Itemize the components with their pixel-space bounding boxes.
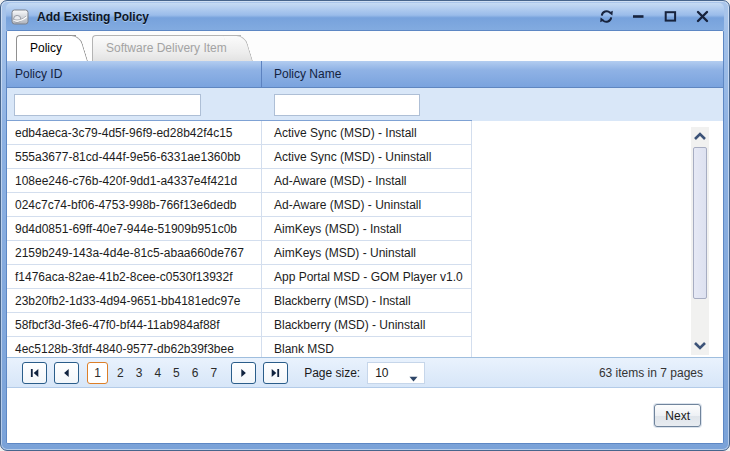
cell-policy-id: 4ec5128b-3fdf-4840-9577-db62b39f3bee <box>7 337 262 357</box>
cell-policy-name: Blank MSD <box>262 337 472 357</box>
pager-bar: 1234567 Page size: 10 63 items in 7 page… <box>7 357 723 388</box>
pager-page-4[interactable]: 4 <box>148 366 167 380</box>
cell-policy-name: Active Sync (MSD) - Install <box>262 121 472 145</box>
grid-header: Policy ID Policy Name <box>7 61 723 88</box>
cell-policy-id: 108ee246-c76b-420f-9dd1-a4337e4f421d <box>7 169 262 193</box>
column-header-policy-name[interactable]: Policy Name <box>262 61 472 87</box>
table-row[interactable]: 2159b249-143a-4d4e-81c5-abaa660de767 Aim… <box>7 241 723 265</box>
dialog-footer: Next <box>7 388 723 443</box>
page-size-label: Page size: <box>304 366 360 380</box>
table-row[interactable]: 4ec5128b-3fdf-4840-9577-db62b39f3bee Bla… <box>7 337 723 357</box>
vertical-scrollbar[interactable] <box>691 127 709 355</box>
cell-policy-name: Blackberry (MSD) - Uninstall <box>262 313 472 337</box>
cell-policy-id: 555a3677-81cd-444f-9e56-6331ae1360bb <box>7 145 262 169</box>
window-title: Add Existing Policy <box>37 10 598 24</box>
close-icon[interactable] <box>694 10 710 24</box>
pager-page-2[interactable]: 2 <box>111 366 130 380</box>
cell-policy-name: App Portal MSD - GOM Player v1.0 <box>262 265 472 289</box>
tab-policy-label: Policy <box>30 41 62 55</box>
pager-page-5[interactable]: 5 <box>167 366 186 380</box>
pager-page-1[interactable]: 1 <box>87 362 108 384</box>
minimize-icon[interactable] <box>630 10 646 24</box>
scroll-down-icon[interactable] <box>691 338 709 353</box>
table-row[interactable]: f1476aca-82ae-41b2-8cee-c0530f13932f App… <box>7 265 723 289</box>
pager-page-6[interactable]: 6 <box>186 366 205 380</box>
page-size-value: 10 <box>375 366 388 380</box>
last-page-icon <box>270 368 281 378</box>
first-page-icon <box>29 368 40 378</box>
page-size-dropdown[interactable]: 10 <box>367 362 425 384</box>
cell-policy-name: Blackberry (MSD) - Install <box>262 289 472 313</box>
grid-filter-row <box>7 88 723 121</box>
table-row[interactable]: 555a3677-81cd-444f-9e56-6331ae1360bb Act… <box>7 145 723 169</box>
cell-policy-name: Ad-Aware (MSD) - Uninstall <box>262 193 472 217</box>
cell-policy-id: edb4aeca-3c79-4d5f-96f9-ed28b42f4c15 <box>7 121 262 145</box>
title-bar[interactable]: Add Existing Policy <box>6 3 724 30</box>
scroll-up-icon[interactable] <box>691 129 709 144</box>
pager-summary: 63 items in 7 pages <box>599 366 703 380</box>
pager-page-3[interactable]: 3 <box>130 366 149 380</box>
dialog-content: Policy Software Delivery Item Policy ID … <box>6 30 724 444</box>
cell-policy-id: 024c7c74-bf06-4753-998b-766f13e6dedb <box>7 193 262 217</box>
next-page-icon <box>238 368 249 378</box>
prev-page-icon <box>61 368 72 378</box>
prev-page-button[interactable] <box>54 362 79 384</box>
cell-policy-name: AimKeys (MSD) - Install <box>262 217 472 241</box>
tab-software-delivery-item-label: Software Delivery Item <box>106 41 227 55</box>
app-icon <box>10 7 30 27</box>
cell-policy-name: Ad-Aware (MSD) - Install <box>262 169 472 193</box>
scrollbar-thumb[interactable] <box>693 147 707 299</box>
cell-policy-name: AimKeys (MSD) - Uninstall <box>262 241 472 265</box>
cell-policy-id: f1476aca-82ae-41b2-8cee-c0530f13932f <box>7 265 262 289</box>
refresh-icon[interactable] <box>598 10 614 24</box>
tab-software-delivery-item[interactable]: Software Delivery Item <box>92 35 255 61</box>
table-row[interactable]: edb4aeca-3c79-4d5f-96f9-ed28b42f4c15 Act… <box>7 121 723 145</box>
table-row[interactable]: 108ee246-c76b-420f-9dd1-a4337e4f421d Ad-… <box>7 169 723 193</box>
tab-strip: Policy Software Delivery Item <box>7 31 723 61</box>
table-row[interactable]: 9d4d0851-69ff-40e7-944e-51909b951c0b Aim… <box>7 217 723 241</box>
grid-rows: edb4aeca-3c79-4d5f-96f9-ed28b42f4c15 Act… <box>7 121 723 357</box>
column-header-policy-id[interactable]: Policy ID <box>7 61 262 87</box>
cell-policy-id: 2159b249-143a-4d4e-81c5-abaa660de767 <box>7 241 262 265</box>
cell-policy-id: 23b20fb2-1d33-4d94-9651-bb4181edc97e <box>7 289 262 313</box>
page-number-list: 1234567 <box>87 362 223 384</box>
cell-policy-name: Active Sync (MSD) - Uninstall <box>262 145 472 169</box>
next-button[interactable]: Next <box>654 404 701 427</box>
dialog-window: Add Existing Policy <box>0 0 730 451</box>
first-page-button[interactable] <box>22 362 47 384</box>
maximize-icon[interactable] <box>662 10 678 24</box>
last-page-button[interactable] <box>263 362 288 384</box>
cell-policy-id: 9d4d0851-69ff-40e7-944e-51909b951c0b <box>7 217 262 241</box>
policy-id-filter-input[interactable] <box>14 94 201 116</box>
next-page-button[interactable] <box>231 362 256 384</box>
caret-down-icon <box>409 371 418 385</box>
cell-policy-id: 58fbcf3d-3fe6-47f0-bf44-11ab984af88f <box>7 313 262 337</box>
table-row[interactable]: 23b20fb2-1d33-4d94-9651-bb4181edc97e Bla… <box>7 289 723 313</box>
tab-policy[interactable]: Policy <box>16 35 90 61</box>
column-header-empty <box>472 61 723 87</box>
policy-name-filter-input[interactable] <box>274 94 420 116</box>
table-row[interactable]: 58fbcf3d-3fe6-47f0-bf44-11ab984af88f Bla… <box>7 313 723 337</box>
grid-rows-list: edb4aeca-3c79-4d5f-96f9-ed28b42f4c15 Act… <box>7 121 723 357</box>
table-row[interactable]: 024c7c74-bf06-4753-998b-766f13e6dedb Ad-… <box>7 193 723 217</box>
pager-page-7[interactable]: 7 <box>204 366 223 380</box>
